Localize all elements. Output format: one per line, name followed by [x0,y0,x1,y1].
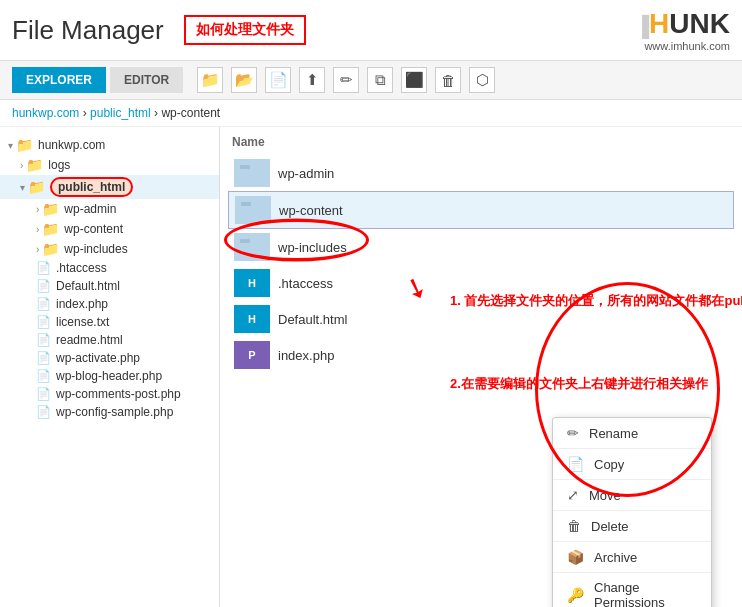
tree-item-index-php[interactable]: 📄 index.php [0,295,219,313]
file-row-wp-admin[interactable]: wp-admin [228,155,734,191]
context-menu-rename[interactable]: ✏ Rename [553,418,711,448]
tree-item-wp-blog-header[interactable]: 📄 wp-blog-header.php [0,367,219,385]
svg-rect-0 [240,167,264,183]
tree-item-wp-includes[interactable]: › 📁 wp-includes [0,239,219,259]
folder-icon: 📁 [28,179,45,195]
file-name-wp-content: wp-content [279,203,343,218]
up-folder-icon[interactable]: 📂 [231,67,257,93]
tab-explorer[interactable]: EXPLORER [12,67,106,93]
tree-label: wp-content [64,222,123,236]
header: File Manager 如何处理文件夹 ▐HUNK www.imhunk.co… [0,0,742,61]
expand-arrow: › [36,244,39,255]
breadcrumb-public-html[interactable]: public_html [90,106,151,120]
context-menu-rename-label: Rename [589,426,638,441]
file-icon-index-php: P [234,341,270,369]
tree-label-public-html: public_html [50,177,133,197]
annotation-2: 2.在需要编辑的文件夹上右键并进行相关操作 [450,375,708,393]
new-folder-icon[interactable]: 📁 [197,67,223,93]
logo: ▐HUNK www.imhunk.com [635,8,730,52]
file-icon-default-html: H [234,305,270,333]
main-content: ▾ 📁 hunkwp.com › 📁 logs ▾ 📁 public_html … [0,127,742,607]
folder-icon: 📁 [42,221,59,237]
file-icon: 📄 [36,261,51,275]
svg-rect-2 [241,204,265,220]
expand-arrow: ▾ [20,182,25,193]
delete-icon: 🗑 [567,518,581,534]
breadcrumb-current: wp-content [161,106,220,120]
context-menu-archive[interactable]: 📦 Archive [553,542,711,572]
file-name-default-html: Default.html [278,312,347,327]
file-row-index-php[interactable]: P index.php [228,337,734,373]
tree-label: Default.html [56,279,120,293]
rename-icon: ✏ [567,425,579,441]
tree-item-htaccess[interactable]: 📄 .htaccess [0,259,219,277]
annotation-1: 1. 首先选择文件夹的位置，所有的网站文件都在public_html里面 [450,292,742,310]
copy-icon[interactable]: ⧉ [367,67,393,93]
tree-item-default-html[interactable]: 📄 Default.html [0,277,219,295]
tree-item-wp-activate[interactable]: 📄 wp-activate.php [0,349,219,367]
tree-item-readme-html[interactable]: 📄 readme.html [0,331,219,349]
logo-text: ▐HUNK [635,8,730,40]
file-icon: 📄 [36,315,51,329]
expand-arrow: › [20,160,23,171]
tree-item-logs[interactable]: › 📁 logs [0,155,219,175]
tab-editor[interactable]: EDITOR [110,67,183,93]
permissions-icon[interactable]: ⬡ [469,67,495,93]
file-icon: 📄 [36,297,51,311]
duplicate-icon[interactable]: ⬛ [401,67,427,93]
file-row-wp-includes[interactable]: wp-includes [228,229,734,265]
tree-item-license-txt[interactable]: 📄 license.txt [0,313,219,331]
edit-icon[interactable]: ✏ [333,67,359,93]
folder-icon: 📁 [42,241,59,257]
folder-icon-wp-content [235,196,271,224]
file-icon: 📄 [36,369,51,383]
toolbar-icons: 📁 📂 📄 ⬆ ✏ ⧉ ⬛ 🗑 ⬡ [197,67,495,93]
file-list: Name wp-admin wp-content wp-includes H .… [220,127,742,607]
tree-label: hunkwp.com [38,138,105,152]
context-menu-permissions[interactable]: 🔑 Change Permissions [553,573,711,607]
folder-icon: 📁 [16,137,33,153]
tree-item-public-html[interactable]: ▾ 📁 public_html [0,175,219,199]
tree-item-wp-comments-post[interactable]: 📄 wp-comments-post.php [0,385,219,403]
file-icon: 📄 [36,279,51,293]
tree-item-wp-config-sample[interactable]: 📄 wp-config-sample.php [0,403,219,421]
expand-arrow: › [36,224,39,235]
tree-label: wp-blog-header.php [56,369,162,383]
folder-icon: 📁 [26,157,43,173]
tree-label: .htaccess [56,261,107,275]
tree-label: license.txt [56,315,109,329]
tree-label: logs [48,158,70,172]
copy-icon: 📄 [567,456,584,472]
context-menu-delete-label: Delete [591,519,629,534]
context-menu-move[interactable]: ⤢ Move [553,480,711,510]
expand-arrow: › [36,204,39,215]
svg-rect-4 [240,241,264,257]
file-name-wp-admin: wp-admin [278,166,334,181]
folder-icon: 📁 [42,201,59,217]
filelist-column-name: Name [228,135,734,149]
tree-item-hunkwp[interactable]: ▾ 📁 hunkwp.com [0,135,219,155]
file-name-index-php: index.php [278,348,334,363]
svg-rect-5 [240,239,250,243]
archive-icon: 📦 [567,549,584,565]
upload-icon[interactable]: ⬆ [299,67,325,93]
tree-label: wp-includes [64,242,127,256]
tree-item-wp-admin[interactable]: › 📁 wp-admin [0,199,219,219]
delete-icon[interactable]: 🗑 [435,67,461,93]
context-menu-copy[interactable]: 📄 Copy [553,449,711,479]
context-menu: ✏ Rename 📄 Copy ⤢ Move 🗑 Delete 📦 Archiv… [552,417,712,607]
folder-icon-wp-includes [234,233,270,261]
context-menu-move-label: Move [589,488,621,503]
breadcrumb-root[interactable]: hunkwp.com [12,106,79,120]
context-menu-delete[interactable]: 🗑 Delete [553,511,711,541]
annotation-header: 如何处理文件夹 [184,15,306,45]
tree-item-wp-content[interactable]: › 📁 wp-content [0,219,219,239]
svg-rect-3 [241,202,251,206]
file-name-wp-includes: wp-includes [278,240,347,255]
move-icon: ⤢ [567,487,579,503]
tree-label: wp-config-sample.php [56,405,173,419]
new-file-icon[interactable]: 📄 [265,67,291,93]
file-row-wp-content[interactable]: wp-content [228,191,734,229]
folder-icon-wp-admin [234,159,270,187]
toolbar: EXPLORER EDITOR 📁 📂 📄 ⬆ ✏ ⧉ ⬛ 🗑 ⬡ [0,61,742,100]
